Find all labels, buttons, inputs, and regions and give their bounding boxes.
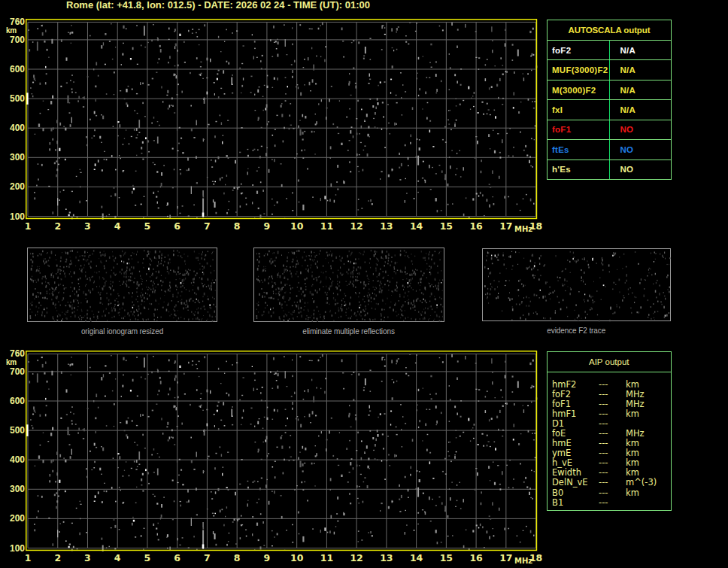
thumbnail-noise-canvas [28,248,218,323]
aip-param: D1 [552,419,599,429]
thumbnail-caption-2: eliminate multiple reflections [253,327,444,336]
x-axis-unit: MHz [514,557,532,565]
autoscala-value: N/A [610,60,672,79]
x-tick-label: 12 [346,221,367,232]
autoscala-param: M(3000)F2 [548,80,610,99]
x-tick-label: 15 [435,221,457,232]
aip-value: --- [599,399,626,409]
y-tick-label: 100 [0,543,25,554]
thumbnail-caption-1: original ionogram resized [27,327,217,336]
aip-value: --- [599,390,626,399]
x-tick-label: 15 [435,553,457,563]
y-tick-label: 400 [0,123,25,133]
y-axis-unit: km [0,357,17,368]
aip-row-hmF2: hmF2---km [552,380,671,390]
x-tick-label: 8 [226,221,247,232]
aip-value: --- [599,409,626,419]
y-tick-label: 500 [0,93,25,104]
aip-param: DelN_vE [552,478,599,488]
aip-row-foF2: foF2---MHz [552,390,671,399]
aip-value: --- [599,488,626,498]
thumbnail-panel-2 [253,248,444,322]
y-tick-label: 400 [0,454,25,465]
aip-row-B0: B0---km [552,488,671,498]
x-tick-label: 11 [316,553,337,563]
x-tick-label: 7 [196,221,217,232]
x-tick-label: 4 [107,221,128,232]
aip-unit: km [626,409,671,419]
x-tick-label: 16 [466,221,487,232]
aip-param: hmF1 [552,409,599,419]
noise-speckle [26,23,537,220]
x-tick-label: 13 [376,553,397,563]
ionogram-plot-top [26,19,538,220]
aip-row-DelNvE: DelN_vE---m^(-3) [552,478,671,488]
x-tick-label: 17 [496,221,517,232]
y-tick-label: 200 [0,513,25,524]
autoscala-table-title: AUTOSCALA output [548,20,671,40]
x-tick-label: 5 [137,221,158,232]
x-tick-label: 4 [107,553,128,563]
autoscala-param: foF2 [548,41,610,59]
y-tick-label: 500 [0,425,25,436]
aip-row-D1: D1--- [552,419,671,429]
aip-row-B1: B1--- [552,498,671,508]
y-tick-label: 300 [0,484,25,494]
x-tick-label: 7 [196,553,217,563]
ionogram-canvas [26,19,538,220]
autoscala-value: NO [610,160,672,179]
aip-value: --- [599,478,626,488]
ionogram-canvas [26,351,538,551]
x-tick-label: 6 [167,221,188,232]
y-tick-label: 100 [0,211,25,222]
aip-unit: MHz [626,399,671,409]
x-tick-label: 12 [346,553,367,563]
aip-unit: km [626,488,671,498]
aip-param: foF2 [552,390,599,399]
aip-row-hmF1: hmF1---km [552,409,671,419]
aip-param: B0 [552,488,599,498]
x-axis-unit: MHz [514,225,532,233]
aip-param: hmF2 [552,380,599,390]
autoscala-param: ftEs [548,140,610,159]
x-tick-label: 1 [17,553,38,563]
x-tick-label: 8 [226,553,247,563]
x-tick-label: 14 [406,221,427,232]
aip-output-table: AIP output hmF2---kmfoF2---MHzfoF1---MHz… [547,351,672,511]
x-tick-label: 1 [17,221,38,232]
x-tick-label: 9 [256,553,278,563]
thumbnail-panel-1 [27,248,217,322]
aip-row-foF1: foF1---MHz [552,399,671,409]
y-tick-label: 600 [0,396,25,406]
x-tick-label: 3 [77,553,98,563]
x-tick-label: 10 [287,221,308,232]
aip-unit: MHz [626,390,671,399]
aip-value: --- [599,419,626,429]
autoscala-value: N/A [610,80,672,99]
y-axis-unit: km [0,26,17,36]
x-tick-label: 10 [287,553,308,563]
aip-table-title: AIP output [548,352,671,372]
x-tick-label: 3 [77,221,98,232]
autoscala-row-MUF3000F2: MUF(3000)F2N/A [548,59,671,79]
autoscala-output-table: AUTOSCALA output foF2N/AMUF(3000)F2N/AM(… [547,20,672,180]
autoscala-param: foF1 [548,120,610,139]
aip-unit [626,419,671,429]
autoscala-row-foF2: foF2N/A [548,40,671,59]
thumbnail-noise-canvas [483,249,672,323]
aip-unit [626,498,671,508]
station-date-time-title: Rome (lat: +41.8, lon: 012.5) - DATE: 20… [66,0,370,10]
thumbnail-noise-canvas [254,248,445,323]
autoscala-row-fxI: fxIN/A [548,99,671,119]
autoscala-value: N/A [610,100,672,119]
aip-param: foF1 [552,399,599,409]
autoscala-value: NO [610,140,672,159]
autoscala-row-ftEs: ftEsNO [548,139,671,159]
thumbnail-panel-3 [482,248,672,322]
x-tick-label: 2 [47,221,68,232]
noise-speckle [26,354,537,551]
y-tick-label: 200 [0,181,25,192]
autoscala-param: MUF(3000)F2 [548,60,610,79]
autoscala-row-foF1: foF1NO [548,120,671,139]
aip-value: --- [599,498,626,508]
